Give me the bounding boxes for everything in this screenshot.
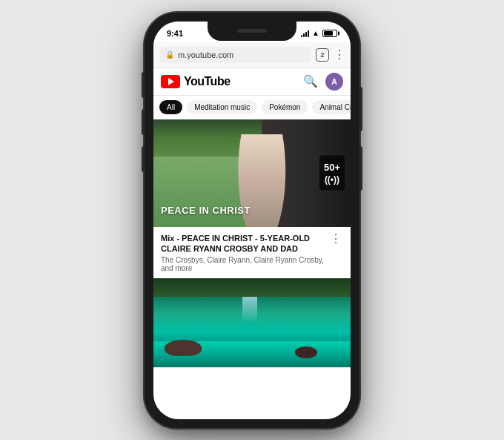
video-thumbnail-1[interactable]: PEACE IN CHRIST 50+ ((•)): [153, 119, 351, 227]
chip-pokemon[interactable]: Pokémon: [262, 100, 308, 114]
video-meta-1: Mix - PEACE IN CHRIST - 5-YEAR-OLD CLAIR…: [161, 233, 328, 273]
user-avatar[interactable]: A: [325, 73, 343, 91]
video-thumbnail-2[interactable]: [153, 278, 351, 367]
wifi-icon: ▲: [312, 29, 319, 37]
chip-meditation[interactable]: Meditation music: [187, 100, 257, 114]
phone-notch: [208, 22, 296, 41]
lock-icon: 🔒: [165, 50, 174, 59]
youtube-actions: 🔍 A: [303, 73, 343, 91]
phone-mockup: 9:41 ▲ 🔒 m.youtube.com 2 ⋮: [145, 13, 359, 428]
play-triangle: [168, 78, 174, 85]
youtube-title: YouTube: [184, 75, 231, 88]
signal-icon: [301, 30, 309, 37]
playlist-icon: ((•)): [324, 174, 340, 185]
browser-menu-button[interactable]: ⋮: [334, 49, 345, 61]
battery-icon: [322, 30, 337, 37]
tab-count[interactable]: 2: [316, 48, 329, 62]
video-title-1: Mix - PEACE IN CHRIST - 5-YEAR-OLD CLAIR…: [161, 233, 328, 255]
phone-screen: 9:41 ▲ 🔒 m.youtube.com 2 ⋮: [153, 22, 351, 419]
playlist-count: 50+: [324, 162, 340, 173]
filter-chips: All Meditation music Pokémon Animal Cros…: [153, 96, 351, 119]
speaker: [237, 29, 267, 33]
browser-bar: 🔒 m.youtube.com 2 ⋮: [153, 42, 351, 68]
playlist-badge: 50+ ((•)): [319, 156, 345, 191]
video-overlay-text: PEACE IN CHRIST: [161, 205, 251, 216]
content-area: PEACE IN CHRIST 50+ ((•)) Mix - PEACE IN…: [153, 119, 351, 368]
search-icon[interactable]: 🔍: [303, 74, 318, 88]
status-icons: ▲: [301, 29, 337, 37]
chip-animal-cross[interactable]: Animal Cross: [312, 100, 351, 114]
time-display: 9:41: [167, 29, 183, 38]
url-text: m.youtube.com: [178, 50, 305, 59]
url-bar[interactable]: 🔒 m.youtube.com: [159, 47, 311, 63]
video-channel-1: The Crosbys, Claire Ryann, Claire Ryann …: [161, 256, 328, 272]
youtube-header: YouTube 🔍 A: [153, 68, 351, 96]
youtube-logo: YouTube: [161, 75, 231, 88]
youtube-icon: [161, 75, 180, 88]
chip-all[interactable]: All: [159, 100, 182, 114]
video-more-button-1[interactable]: ⋮: [328, 233, 343, 245]
video-info-1: Mix - PEACE IN CHRIST - 5-YEAR-OLD CLAIR…: [153, 227, 351, 279]
